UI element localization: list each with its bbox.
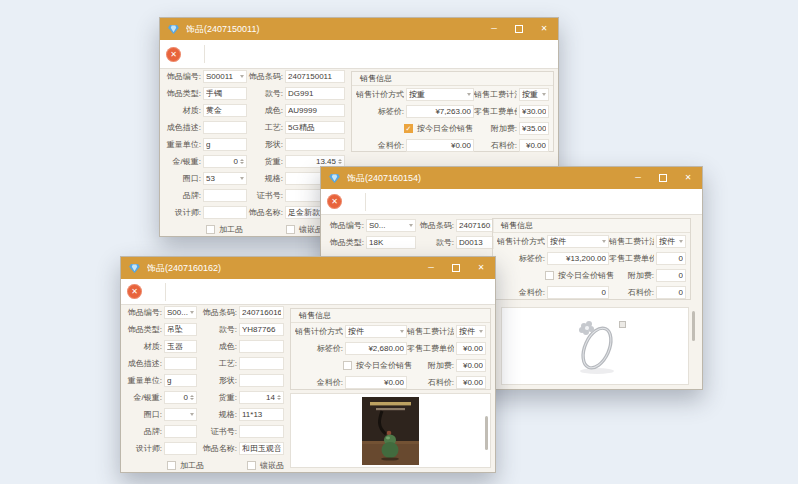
designer-input[interactable] xyxy=(203,206,247,219)
style-no-input[interactable]: DG991 xyxy=(285,87,345,100)
spec-input[interactable]: 11*13 xyxy=(239,408,284,421)
brand-input[interactable] xyxy=(164,425,197,438)
sheet-no-select[interactable]: S00... xyxy=(164,306,197,319)
inlaid-label: 镶嵌品 xyxy=(260,460,284,471)
tag-price-input[interactable]: ¥13,200.00 xyxy=(547,252,609,265)
surcharge-label: 附加费: xyxy=(473,123,517,134)
chevron-down-icon xyxy=(190,311,194,314)
purity-input[interactable] xyxy=(239,340,284,353)
pricing-method-label: 销售计价方式: xyxy=(295,326,343,337)
spinner-icon[interactable] xyxy=(240,159,244,164)
style-no-input[interactable]: YH87766 xyxy=(239,323,284,336)
scrollbar-thumb[interactable] xyxy=(692,311,695,341)
barcode-input[interactable]: 24071601 xyxy=(456,219,494,232)
type-input[interactable]: 手镯 xyxy=(203,87,247,100)
craft-input[interactable]: 5G精品 xyxy=(285,121,345,134)
fee-method-select[interactable]: 按件 xyxy=(656,235,686,248)
maximize-button[interactable] xyxy=(513,18,525,40)
gold-weight-stepper[interactable]: 0 xyxy=(164,391,197,404)
retail-fee-input[interactable]: 0 xyxy=(656,252,686,265)
toolbar-close-button[interactable]: ✕ xyxy=(127,284,142,299)
minimize-button[interactable]: ─ xyxy=(425,257,437,279)
inlaid-checkbox[interactable] xyxy=(286,225,295,234)
retail-fee-input[interactable]: ¥30.00 xyxy=(519,105,549,118)
spinner-icon[interactable] xyxy=(338,159,342,164)
shape-input[interactable] xyxy=(285,138,345,151)
gold-price-input[interactable]: ¥0.00 xyxy=(406,139,474,152)
shape-input[interactable] xyxy=(239,374,284,387)
maximize-button[interactable] xyxy=(657,167,669,189)
surcharge-input[interactable]: ¥35.00 xyxy=(519,122,549,135)
gold-price-label: 金料价: xyxy=(295,377,343,388)
sheet-no-select[interactable]: S00011 xyxy=(203,70,247,83)
processed-checkbox[interactable] xyxy=(167,461,176,470)
barcode-input[interactable]: 2407160162 xyxy=(239,306,284,319)
close-button[interactable]: ✕ xyxy=(682,167,694,189)
surcharge-input[interactable]: 0 xyxy=(656,269,686,282)
item-name-input[interactable]: 和田玉观音 xyxy=(239,442,284,455)
toolbar-close-button[interactable]: ✕ xyxy=(327,194,342,209)
sales-row: 销售计价方式: 按件 销售工费计法: 按件 xyxy=(291,323,490,340)
stone-price-input[interactable]: ¥0.00 xyxy=(456,376,486,389)
material-input[interactable]: 黄金 xyxy=(203,104,247,117)
ring-size-select[interactable] xyxy=(164,408,197,421)
chevron-down-icon xyxy=(602,240,606,243)
pricing-method-select[interactable]: 按件 xyxy=(345,325,407,338)
goods-weight-stepper[interactable]: 14 xyxy=(239,391,284,404)
today-gold-checkbox[interactable] xyxy=(343,361,352,370)
maximize-button[interactable] xyxy=(450,257,462,279)
brand-input[interactable] xyxy=(203,189,247,202)
purity-desc-input[interactable] xyxy=(203,121,247,134)
gold-weight-stepper[interactable]: 0 xyxy=(203,155,247,168)
purity-input[interactable]: AU9999 xyxy=(285,104,345,117)
type-input[interactable]: 吊坠 xyxy=(164,323,197,336)
pricing-method-select[interactable]: 按重 xyxy=(406,88,474,101)
close-button[interactable]: ✕ xyxy=(475,257,487,279)
barcode-input[interactable]: 2407150011 xyxy=(285,70,345,83)
minimize-button[interactable]: ─ xyxy=(488,18,500,40)
minimize-button[interactable]: ─ xyxy=(632,167,644,189)
inlaid-checkbox[interactable] xyxy=(247,461,256,470)
gold-price-input[interactable]: ¥0.00 xyxy=(345,376,407,389)
sheet-no-select[interactable]: S0... xyxy=(366,219,416,232)
material-input[interactable]: 玉器 xyxy=(164,340,197,353)
craft-input[interactable] xyxy=(239,357,284,370)
stone-price-input[interactable]: 0 xyxy=(656,286,686,299)
type-input[interactable]: 18K xyxy=(366,236,416,249)
cert-no-input[interactable] xyxy=(239,425,284,438)
tag-price-input[interactable]: ¥2,680.00 xyxy=(345,342,407,355)
fee-method-select[interactable]: 按重 xyxy=(519,88,549,101)
toolbar-close-button[interactable]: ✕ xyxy=(166,47,181,62)
titlebar[interactable]: 饰品(2407160162) ─ ✕ xyxy=(121,257,495,279)
stone-price-input[interactable]: ¥0.00 xyxy=(519,139,549,152)
designer-input[interactable] xyxy=(164,442,197,455)
weight-unit-input[interactable]: g xyxy=(203,138,247,151)
today-gold-label: 按今日金价销售 xyxy=(356,360,412,371)
ring-size-select[interactable]: 53 xyxy=(203,172,247,185)
style-no-input[interactable]: D0013 xyxy=(456,236,494,249)
gold-price-input[interactable]: 0 xyxy=(547,286,609,299)
weight-unit-label: 重量单位: xyxy=(165,139,201,150)
today-gold-checkbox[interactable]: ✓ xyxy=(404,124,413,133)
scrollbar-thumb[interactable] xyxy=(485,416,488,450)
purity-desc-input[interactable] xyxy=(164,357,197,370)
tag-price-input[interactable]: ¥7,263.00 xyxy=(406,105,474,118)
titlebar[interactable]: 饰品(2407160154) ─ ✕ xyxy=(321,167,702,189)
sales-row: 标签价: ¥7,263.00 零售工费单价: ¥30.00 xyxy=(352,103,553,120)
surcharge-input[interactable]: ¥0.00 xyxy=(456,359,486,372)
today-gold-checkbox[interactable] xyxy=(545,271,554,280)
toolbar-separator xyxy=(365,193,366,211)
weight-unit-input[interactable]: g xyxy=(164,374,197,387)
gold-price-label: 金料价: xyxy=(356,140,404,151)
pricing-method-select[interactable]: 按件 xyxy=(547,235,609,248)
type-label: 饰品类型: xyxy=(126,324,162,335)
spinner-icon[interactable] xyxy=(277,395,281,400)
titlebar[interactable]: 饰品(2407150011) ─ ✕ xyxy=(160,18,558,40)
close-button[interactable]: ✕ xyxy=(538,18,550,40)
brand-label: 品牌: xyxy=(126,426,162,437)
processed-checkbox[interactable] xyxy=(206,225,215,234)
spinner-icon[interactable] xyxy=(190,395,194,400)
retail-fee-input[interactable]: ¥0.00 xyxy=(456,342,486,355)
tag-price-label: 标签价: xyxy=(356,106,404,117)
fee-method-select[interactable]: 按件 xyxy=(456,325,486,338)
